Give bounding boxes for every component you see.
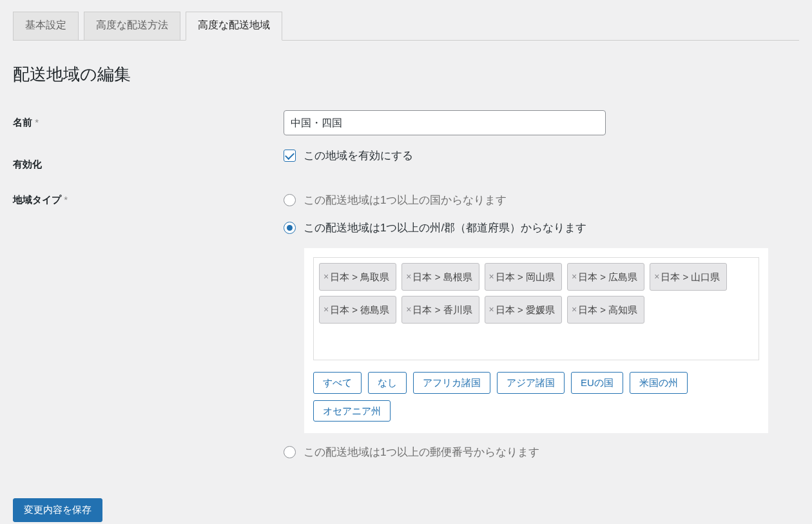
state-chip-label: 日本 > 鳥取県 [330,270,389,284]
tab-shipping-zones[interactable]: 高度な配送地域 [186,12,282,41]
state-chip-label: 日本 > 愛媛県 [496,303,555,316]
quick-select-row: すべてなしアフリカ諸国アジア諸国EUの国米国の州オセアニア州 [313,372,759,422]
region-type-countries[interactable]: この配送地域は1つ以上の国からなります [284,188,793,215]
state-chip-label: 日本 > 広島県 [578,270,637,284]
state-chip-label: 日本 > 徳島県 [330,303,389,316]
state-chip[interactable]: × 日本 > 島根県 [401,263,479,291]
state-chip[interactable]: × 日本 > 徳島県 [319,296,396,324]
remove-icon[interactable]: × [489,304,494,316]
quick-select-button[interactable]: オセアニア州 [313,400,391,422]
state-chip-label: 日本 > 岡山県 [496,270,555,284]
tab-basic[interactable]: 基本設定 [13,12,79,40]
remove-icon[interactable]: × [324,271,329,284]
state-chip[interactable]: × 日本 > 高知県 [567,296,644,324]
quick-select-button[interactable]: アジア諸国 [497,372,565,394]
state-chip[interactable]: × 日本 > 山口県 [650,263,727,291]
state-chip[interactable]: × 日本 > 愛媛県 [485,296,562,324]
name-label: 名前 * [13,105,284,141]
region-type-label: 地域タイプ * [13,182,284,472]
remove-icon[interactable]: × [572,304,577,316]
tab-bar: 基本設定 高度な配送方法 高度な配送地域 [13,12,799,41]
radio-postcodes-label: この配送地域は1つ以上の郵便番号からなります [304,445,539,460]
radio-states[interactable] [284,222,296,234]
enabled-row[interactable]: この地域を有効にする [284,146,793,176]
states-panel: × 日本 > 鳥取県× 日本 > 島根県× 日本 > 岡山県× 日本 > 広島県… [304,248,768,433]
quick-select-button[interactable]: なし [368,372,407,394]
state-chip-label: 日本 > 高知県 [578,303,637,316]
radio-countries[interactable] [284,194,296,206]
remove-icon[interactable]: × [654,271,659,284]
quick-select-button[interactable]: すべて [313,372,362,394]
remove-icon[interactable]: × [406,271,411,284]
enabled-text: この地域を有効にする [304,148,413,163]
enabled-label: 有効化 [13,141,284,182]
radio-countries-label: この配送地域は1つ以上の国からなります [304,193,507,208]
remove-icon[interactable]: × [489,271,494,284]
state-chip[interactable]: × 日本 > 広島県 [567,263,644,291]
remove-icon[interactable]: × [406,304,411,316]
quick-select-button[interactable]: アフリカ諸国 [413,372,490,394]
state-chip[interactable]: × 日本 > 香川県 [401,296,479,324]
state-chip-label: 日本 > 島根県 [412,270,472,284]
region-type-postcodes[interactable]: この配送地域は1つ以上の郵便番号からなります [284,440,793,467]
states-multiselect[interactable]: × 日本 > 鳥取県× 日本 > 島根県× 日本 > 岡山県× 日本 > 広島県… [313,257,759,360]
name-input[interactable] [284,110,606,136]
state-chip-label: 日本 > 香川県 [412,303,472,316]
quick-select-button[interactable]: EUの国 [571,372,623,394]
state-chip[interactable]: × 日本 > 岡山県 [485,263,562,291]
tab-shipping-methods[interactable]: 高度な配送方法 [84,12,180,40]
state-chip-label: 日本 > 山口県 [661,270,720,284]
region-type-states[interactable]: この配送地域は1つ以上の州/郡（都道府県）からなります [284,215,793,243]
remove-icon[interactable]: × [572,271,577,284]
page-title: 配送地域の編集 [13,63,799,86]
quick-select-button[interactable]: 米国の州 [630,372,688,394]
radio-states-label: この配送地域は1つ以上の州/郡（都道府県）からなります [304,220,586,235]
enabled-checkbox[interactable] [284,150,296,162]
form-table: 名前 * 有効化 この地域を有効にする 地域タイプ * [13,105,799,473]
save-button[interactable]: 変更内容を保存 [13,498,102,522]
state-chip[interactable]: × 日本 > 鳥取県 [319,263,396,291]
remove-icon[interactable]: × [324,304,329,316]
radio-postcodes[interactable] [284,446,296,458]
